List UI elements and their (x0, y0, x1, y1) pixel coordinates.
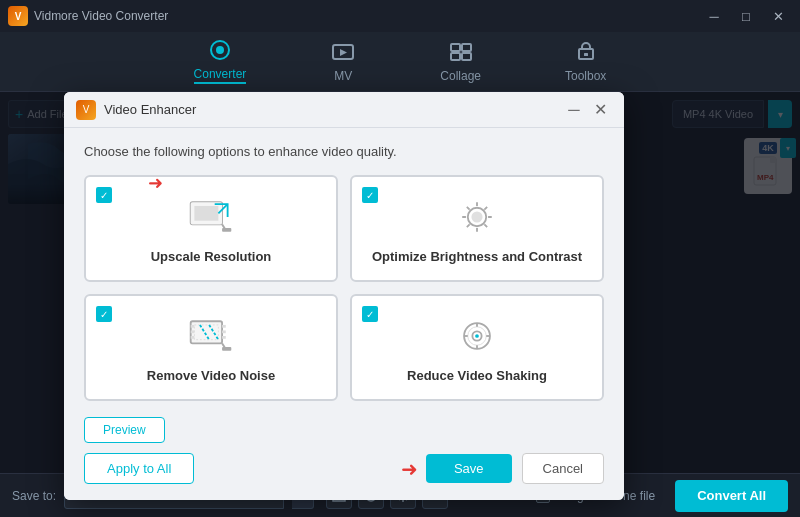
svg-rect-36 (222, 336, 226, 339)
preview-button[interactable]: Preview (84, 417, 165, 443)
stabilize-label: Reduce Video Shaking (407, 368, 547, 383)
minimize-button[interactable]: ─ (700, 6, 728, 26)
svg-rect-34 (222, 325, 226, 328)
svg-rect-32 (191, 330, 195, 333)
svg-rect-6 (462, 53, 471, 60)
svg-rect-16 (194, 206, 218, 221)
convert-all-button[interactable]: Convert All (675, 480, 788, 512)
toolbox-icon (573, 41, 599, 67)
stabilize-checkbox[interactable] (362, 306, 378, 322)
noise-icon (183, 312, 239, 360)
dialog-actions-top: Preview (84, 417, 604, 443)
converter-icon (207, 39, 233, 65)
title-bar-left: V Vidmore Video Converter (8, 6, 168, 26)
svg-rect-31 (191, 325, 195, 328)
upscale-checkbox[interactable] (96, 187, 112, 203)
svg-rect-4 (462, 44, 471, 51)
svg-point-20 (471, 211, 482, 222)
option-brightness[interactable]: Optimize Brightness and Contrast (350, 175, 604, 282)
nav-tabs: Converter MV Collage (0, 32, 800, 92)
option-upscale[interactable]: Upscale Resolution (84, 175, 338, 282)
dialog-close-button[interactable]: ✕ (588, 98, 612, 122)
svg-rect-8 (584, 53, 588, 56)
stabilize-icon (449, 312, 505, 360)
upscale-icon (183, 193, 239, 241)
save-cancel-group: ➜ Save Cancel (401, 453, 604, 484)
app-logo: V (8, 6, 28, 26)
dialog-minimize-button[interactable]: ─ (562, 98, 586, 122)
svg-line-27 (484, 207, 487, 210)
dialog-titlebar: V Video Enhancer ─ ✕ (64, 92, 624, 128)
tab-toolbox[interactable]: Toolbox (553, 37, 618, 87)
dialog-description: Choose the following options to enhance … (84, 144, 604, 159)
close-window-button[interactable]: ✕ (764, 6, 792, 26)
option-stabilize[interactable]: Reduce Video Shaking (350, 294, 604, 401)
save-to-label: Save to: (12, 489, 56, 503)
svg-line-25 (467, 207, 470, 210)
mv-tab-label: MV (334, 69, 352, 83)
svg-point-48 (475, 334, 479, 338)
svg-rect-5 (451, 53, 460, 60)
brightness-label: Optimize Brightness and Contrast (372, 249, 582, 264)
app-title: Vidmore Video Converter (34, 9, 168, 23)
converter-tab-label: Converter (194, 67, 247, 84)
tab-converter[interactable]: Converter (182, 35, 259, 88)
tab-collage[interactable]: Collage (428, 37, 493, 87)
brightness-checkbox[interactable] (362, 187, 378, 203)
svg-rect-35 (222, 330, 226, 333)
brightness-icon (449, 193, 505, 241)
svg-line-28 (467, 224, 470, 227)
toolbox-tab-label: Toolbox (565, 69, 606, 83)
svg-rect-3 (451, 44, 460, 51)
svg-rect-40 (222, 347, 231, 351)
svg-line-26 (484, 224, 487, 227)
dialog-body: Choose the following options to enhance … (64, 128, 624, 500)
cancel-button[interactable]: Cancel (522, 453, 604, 484)
svg-rect-33 (191, 336, 195, 339)
main-area: + Add Files ▾ (0, 92, 800, 473)
dialog-actions-bottom: Apply to All ➜ Save Cancel (84, 453, 604, 484)
collage-icon (448, 41, 474, 67)
modal-overlay: V Video Enhancer ─ ✕ Choose the followin… (0, 92, 800, 473)
svg-point-1 (216, 46, 224, 54)
dialog-app-icon: V (76, 100, 96, 120)
options-grid: Upscale Resolution (84, 175, 604, 401)
save-button[interactable]: Save (426, 454, 512, 483)
save-arrow-icon: ➜ (401, 457, 418, 481)
upscale-label: Upscale Resolution (151, 249, 272, 264)
maximize-button[interactable]: □ (732, 6, 760, 26)
option-noise[interactable]: Remove Video Noise (84, 294, 338, 401)
noise-label: Remove Video Noise (147, 368, 275, 383)
tab-mv[interactable]: MV (318, 37, 368, 87)
svg-rect-18 (222, 228, 231, 232)
title-bar: V Vidmore Video Converter ─ □ ✕ (0, 0, 800, 32)
title-bar-controls: ─ □ ✕ (700, 6, 792, 26)
video-enhancer-dialog: V Video Enhancer ─ ✕ Choose the followin… (64, 92, 624, 500)
apply-all-button[interactable]: Apply to All (84, 453, 194, 484)
noise-checkbox[interactable] (96, 306, 112, 322)
dialog-title: Video Enhancer (104, 102, 562, 117)
collage-tab-label: Collage (440, 69, 481, 83)
mv-icon (330, 41, 356, 67)
